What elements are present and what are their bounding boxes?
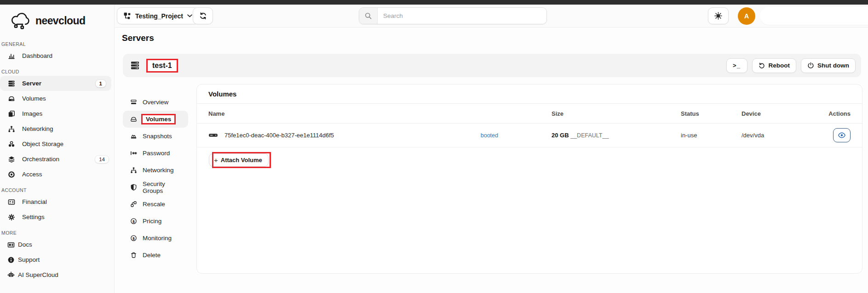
snapshot-icon — [130, 133, 137, 140]
neevcloud-cloud-icon — [9, 12, 31, 29]
sidebar-item-label: Settings — [22, 214, 45, 220]
tab-monitoring[interactable]: $ Monitoring — [123, 230, 188, 247]
orchestration-count-badge: 14 — [95, 156, 109, 163]
tab-volumes-highlight: Volumes — [141, 114, 176, 124]
tab-label: Volumes — [146, 116, 171, 123]
attach-volume-button[interactable]: + Attach Volume — [209, 153, 269, 167]
sidebar-item-label: Server — [22, 80, 41, 87]
volume-row: 75fe1ec0-deac-400e-b327-ee1e1114d6f5 boo… — [197, 124, 862, 147]
sidebar: neevcloud GENERAL Dashboard CLOUD Server… — [0, 5, 115, 293]
tab-label: Monitoring — [143, 235, 172, 242]
images-icon — [8, 110, 15, 118]
sidebar-item-label: Docs — [18, 241, 32, 248]
sidebar-item-financial[interactable]: Financial — [0, 194, 114, 209]
refresh-button[interactable] — [193, 7, 213, 24]
server-name-highlight[interactable]: test-1 — [146, 59, 178, 73]
volume-status: in-use — [681, 132, 742, 139]
volumes-panel: Volumes Name Size Status Device Actions … — [196, 84, 862, 274]
sidebar-item-networking[interactable]: Networking — [0, 121, 114, 136]
tab-rescale[interactable]: Rescale — [123, 196, 188, 213]
power-icon — [807, 62, 814, 69]
avatar-initial: A — [744, 12, 749, 20]
object-storage-icon — [8, 141, 15, 148]
sidebar-item-label: Networking — [22, 125, 53, 132]
sidebar-item-object-storage[interactable]: Object Storage — [0, 136, 114, 152]
orchestration-icon — [8, 156, 15, 163]
sidebar-item-settings[interactable]: Settings — [0, 209, 114, 225]
sidebar-item-server[interactable]: Server 1 — [0, 76, 111, 91]
header-right-pill — [760, 7, 868, 25]
sidebar-item-label: AI SuperCloud — [18, 271, 58, 278]
plus-icon: + — [214, 156, 218, 164]
password-icon — [130, 150, 137, 157]
tab-label: Password — [143, 150, 170, 157]
sidebar-item-label: Access — [22, 171, 42, 178]
volume-name-cell: 75fe1ec0-deac-400e-b327-ee1e1114d6f5 boo… — [208, 132, 552, 139]
tab-label: Pricing — [143, 218, 161, 225]
sidebar-item-label: Images — [22, 110, 42, 117]
svg-text:$: $ — [132, 220, 135, 224]
sidebar-item-orchestration[interactable]: Orchestration 14 — [0, 152, 114, 167]
financial-icon — [8, 198, 15, 206]
search-input[interactable] — [378, 8, 546, 24]
boot-status-link[interactable]: booted — [481, 132, 498, 139]
tab-networking[interactable]: Networking — [123, 162, 188, 179]
attach-volume-highlight: + Attach Volume — [209, 153, 269, 167]
sidebar-item-images[interactable]: Images — [0, 106, 114, 121]
user-avatar[interactable]: A — [738, 7, 755, 25]
sidebar-item-label: Orchestration — [22, 156, 59, 163]
reboot-button[interactable]: Reboot — [752, 58, 797, 73]
networking-icon — [130, 167, 137, 174]
project-selector[interactable]: Testing_Project — [117, 7, 199, 24]
attach-volume-label: Attach Volume — [221, 157, 262, 163]
reboot-icon — [759, 62, 765, 69]
page: neevcloud GENERAL Dashboard CLOUD Server… — [0, 0, 868, 293]
tab-security-groups[interactable]: Security Groups — [123, 179, 188, 196]
search-icon — [359, 8, 378, 24]
terminal-icon: >_ — [733, 62, 741, 69]
shutdown-button[interactable]: Shut down — [801, 58, 856, 73]
search-bar — [359, 7, 547, 24]
robot-icon — [7, 271, 15, 279]
tab-volumes[interactable]: Volumes — [123, 111, 188, 128]
main-header: Testing_Project — [115, 5, 868, 28]
tab-password[interactable]: Password — [123, 145, 188, 162]
content: Servers test-1 >_ Reb — [115, 28, 868, 293]
nav-section-account: ACCOUNT — [0, 182, 114, 194]
tab-delete[interactable]: Delete — [123, 247, 188, 264]
tab-overview[interactable]: Overview — [123, 94, 188, 111]
drive-icon — [130, 116, 137, 123]
dollar-circle-icon: $ — [130, 218, 137, 225]
overview-icon — [130, 99, 137, 106]
sidebar-item-docs[interactable]: Docs — [0, 237, 114, 252]
refresh-icon — [199, 12, 207, 20]
tab-snapshots[interactable]: Snapshots — [123, 128, 188, 145]
column-size: Size — [552, 110, 681, 117]
access-icon — [8, 171, 15, 178]
column-name: Name — [208, 110, 552, 117]
sidebar-item-access[interactable]: Access — [0, 167, 114, 182]
brand-logo[interactable]: neevcloud — [0, 5, 114, 35]
tab-label: Rescale — [143, 201, 165, 208]
volume-size-cell: 20 GB __DEFAULT__ — [552, 132, 681, 139]
main-area: Testing_Project — [115, 5, 868, 293]
volumes-panel-header: Volumes — [197, 85, 862, 104]
sidebar-item-label: Financial — [22, 198, 47, 205]
sidebar-item-label: Volumes — [22, 95, 46, 102]
shutdown-label: Shut down — [817, 62, 849, 69]
server-card: test-1 >_ Reboot — [123, 54, 861, 77]
theme-toggle-button[interactable] — [708, 7, 729, 24]
sidebar-item-ai-supercloud[interactable]: AI SuperCloud — [0, 267, 114, 282]
server-icon — [8, 80, 15, 87]
volume-device: /dev/vda — [742, 132, 833, 139]
sidebar-item-support[interactable]: Support — [0, 252, 114, 267]
console-button[interactable]: >_ — [726, 58, 747, 73]
sidebar-item-volumes[interactable]: Volumes — [0, 91, 114, 106]
view-volume-button[interactable] — [833, 128, 851, 142]
tab-label: Networking — [143, 167, 174, 174]
sidebar-nav: GENERAL Dashboard CLOUD Server 1 Volume — [0, 35, 114, 282]
nav-section-general: GENERAL — [0, 36, 114, 48]
tab-pricing[interactable]: $ Pricing — [123, 213, 188, 230]
page-title: Servers — [122, 33, 154, 43]
sidebar-item-dashboard[interactable]: Dashboard — [0, 48, 114, 63]
